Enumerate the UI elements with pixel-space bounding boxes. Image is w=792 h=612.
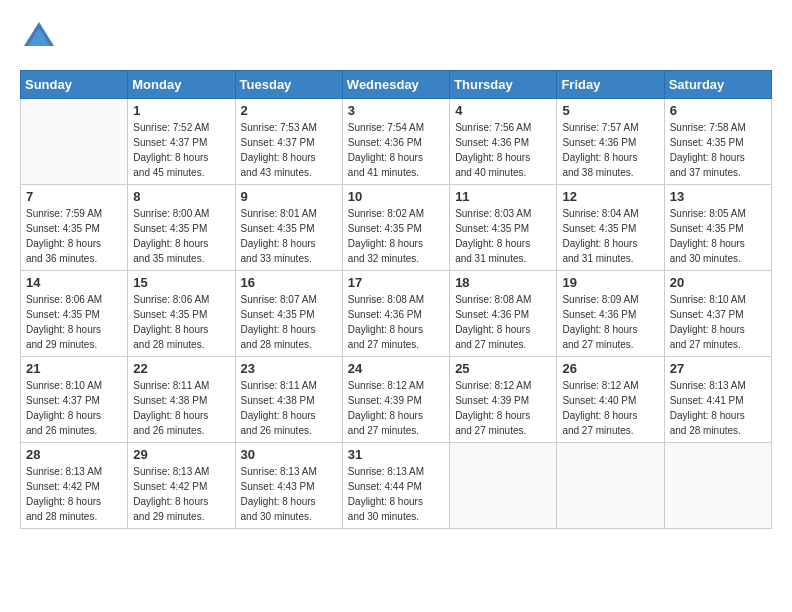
day-number: 12 [562, 189, 658, 204]
calendar-cell: 9Sunrise: 8:01 AMSunset: 4:35 PMDaylight… [235, 185, 342, 271]
calendar-cell: 30Sunrise: 8:13 AMSunset: 4:43 PMDayligh… [235, 443, 342, 529]
day-info: Sunrise: 8:08 AMSunset: 4:36 PMDaylight:… [455, 292, 551, 352]
calendar-cell: 8Sunrise: 8:00 AMSunset: 4:35 PMDaylight… [128, 185, 235, 271]
day-number: 19 [562, 275, 658, 290]
day-number: 29 [133, 447, 229, 462]
day-info: Sunrise: 8:07 AMSunset: 4:35 PMDaylight:… [241, 292, 337, 352]
calendar-cell: 25Sunrise: 8:12 AMSunset: 4:39 PMDayligh… [450, 357, 557, 443]
day-number: 17 [348, 275, 444, 290]
calendar-cell: 10Sunrise: 8:02 AMSunset: 4:35 PMDayligh… [342, 185, 449, 271]
day-number: 7 [26, 189, 122, 204]
day-number: 9 [241, 189, 337, 204]
day-info: Sunrise: 8:02 AMSunset: 4:35 PMDaylight:… [348, 206, 444, 266]
day-info: Sunrise: 8:08 AMSunset: 4:36 PMDaylight:… [348, 292, 444, 352]
day-info: Sunrise: 8:12 AMSunset: 4:39 PMDaylight:… [455, 378, 551, 438]
day-info: Sunrise: 8:10 AMSunset: 4:37 PMDaylight:… [26, 378, 122, 438]
weekday-header-thursday: Thursday [450, 71, 557, 99]
header [20, 18, 772, 60]
day-number: 23 [241, 361, 337, 376]
calendar-cell: 28Sunrise: 8:13 AMSunset: 4:42 PMDayligh… [21, 443, 128, 529]
calendar-cell: 17Sunrise: 8:08 AMSunset: 4:36 PMDayligh… [342, 271, 449, 357]
weekday-header-saturday: Saturday [664, 71, 771, 99]
day-number: 30 [241, 447, 337, 462]
weekday-header-friday: Friday [557, 71, 664, 99]
day-info: Sunrise: 7:59 AMSunset: 4:35 PMDaylight:… [26, 206, 122, 266]
day-number: 20 [670, 275, 766, 290]
day-info: Sunrise: 8:13 AMSunset: 4:43 PMDaylight:… [241, 464, 337, 524]
calendar-cell: 31Sunrise: 8:13 AMSunset: 4:44 PMDayligh… [342, 443, 449, 529]
day-number: 25 [455, 361, 551, 376]
day-number: 11 [455, 189, 551, 204]
calendar-cell: 2Sunrise: 7:53 AMSunset: 4:37 PMDaylight… [235, 99, 342, 185]
day-info: Sunrise: 8:01 AMSunset: 4:35 PMDaylight:… [241, 206, 337, 266]
day-info: Sunrise: 7:52 AMSunset: 4:37 PMDaylight:… [133, 120, 229, 180]
calendar-cell: 3Sunrise: 7:54 AMSunset: 4:36 PMDaylight… [342, 99, 449, 185]
day-number: 15 [133, 275, 229, 290]
day-info: Sunrise: 8:12 AMSunset: 4:39 PMDaylight:… [348, 378, 444, 438]
calendar-cell: 23Sunrise: 8:11 AMSunset: 4:38 PMDayligh… [235, 357, 342, 443]
day-info: Sunrise: 8:11 AMSunset: 4:38 PMDaylight:… [241, 378, 337, 438]
day-number: 22 [133, 361, 229, 376]
weekday-header-monday: Monday [128, 71, 235, 99]
day-number: 4 [455, 103, 551, 118]
day-number: 8 [133, 189, 229, 204]
week-row-3: 14Sunrise: 8:06 AMSunset: 4:35 PMDayligh… [21, 271, 772, 357]
calendar-cell: 27Sunrise: 8:13 AMSunset: 4:41 PMDayligh… [664, 357, 771, 443]
day-info: Sunrise: 7:54 AMSunset: 4:36 PMDaylight:… [348, 120, 444, 180]
day-info: Sunrise: 8:11 AMSunset: 4:38 PMDaylight:… [133, 378, 229, 438]
day-number: 3 [348, 103, 444, 118]
day-number: 27 [670, 361, 766, 376]
weekday-header-wednesday: Wednesday [342, 71, 449, 99]
week-row-5: 28Sunrise: 8:13 AMSunset: 4:42 PMDayligh… [21, 443, 772, 529]
day-info: Sunrise: 8:00 AMSunset: 4:35 PMDaylight:… [133, 206, 229, 266]
calendar-cell: 1Sunrise: 7:52 AMSunset: 4:37 PMDaylight… [128, 99, 235, 185]
week-row-2: 7Sunrise: 7:59 AMSunset: 4:35 PMDaylight… [21, 185, 772, 271]
calendar-cell: 21Sunrise: 8:10 AMSunset: 4:37 PMDayligh… [21, 357, 128, 443]
day-number: 2 [241, 103, 337, 118]
day-number: 21 [26, 361, 122, 376]
day-number: 14 [26, 275, 122, 290]
day-info: Sunrise: 8:13 AMSunset: 4:44 PMDaylight:… [348, 464, 444, 524]
calendar-cell: 4Sunrise: 7:56 AMSunset: 4:36 PMDaylight… [450, 99, 557, 185]
weekday-header-tuesday: Tuesday [235, 71, 342, 99]
week-row-4: 21Sunrise: 8:10 AMSunset: 4:37 PMDayligh… [21, 357, 772, 443]
day-number: 31 [348, 447, 444, 462]
calendar-cell [664, 443, 771, 529]
calendar-cell: 18Sunrise: 8:08 AMSunset: 4:36 PMDayligh… [450, 271, 557, 357]
day-info: Sunrise: 8:04 AMSunset: 4:35 PMDaylight:… [562, 206, 658, 266]
calendar: SundayMondayTuesdayWednesdayThursdayFrid… [20, 70, 772, 529]
day-info: Sunrise: 7:56 AMSunset: 4:36 PMDaylight:… [455, 120, 551, 180]
calendar-cell: 5Sunrise: 7:57 AMSunset: 4:36 PMDaylight… [557, 99, 664, 185]
calendar-cell: 19Sunrise: 8:09 AMSunset: 4:36 PMDayligh… [557, 271, 664, 357]
day-number: 1 [133, 103, 229, 118]
calendar-cell: 16Sunrise: 8:07 AMSunset: 4:35 PMDayligh… [235, 271, 342, 357]
weekday-header-row: SundayMondayTuesdayWednesdayThursdayFrid… [21, 71, 772, 99]
calendar-cell: 12Sunrise: 8:04 AMSunset: 4:35 PMDayligh… [557, 185, 664, 271]
day-info: Sunrise: 8:05 AMSunset: 4:35 PMDaylight:… [670, 206, 766, 266]
calendar-cell: 7Sunrise: 7:59 AMSunset: 4:35 PMDaylight… [21, 185, 128, 271]
day-info: Sunrise: 8:03 AMSunset: 4:35 PMDaylight:… [455, 206, 551, 266]
day-info: Sunrise: 8:13 AMSunset: 4:42 PMDaylight:… [133, 464, 229, 524]
calendar-cell: 15Sunrise: 8:06 AMSunset: 4:35 PMDayligh… [128, 271, 235, 357]
day-number: 28 [26, 447, 122, 462]
calendar-cell [21, 99, 128, 185]
day-info: Sunrise: 7:53 AMSunset: 4:37 PMDaylight:… [241, 120, 337, 180]
day-info: Sunrise: 8:10 AMSunset: 4:37 PMDaylight:… [670, 292, 766, 352]
calendar-cell: 26Sunrise: 8:12 AMSunset: 4:40 PMDayligh… [557, 357, 664, 443]
day-info: Sunrise: 8:06 AMSunset: 4:35 PMDaylight:… [26, 292, 122, 352]
day-info: Sunrise: 8:06 AMSunset: 4:35 PMDaylight:… [133, 292, 229, 352]
calendar-cell: 22Sunrise: 8:11 AMSunset: 4:38 PMDayligh… [128, 357, 235, 443]
calendar-cell: 20Sunrise: 8:10 AMSunset: 4:37 PMDayligh… [664, 271, 771, 357]
day-number: 6 [670, 103, 766, 118]
day-number: 5 [562, 103, 658, 118]
day-info: Sunrise: 7:57 AMSunset: 4:36 PMDaylight:… [562, 120, 658, 180]
page: SundayMondayTuesdayWednesdayThursdayFrid… [0, 0, 792, 612]
calendar-cell: 11Sunrise: 8:03 AMSunset: 4:35 PMDayligh… [450, 185, 557, 271]
day-number: 24 [348, 361, 444, 376]
calendar-cell [557, 443, 664, 529]
calendar-cell: 14Sunrise: 8:06 AMSunset: 4:35 PMDayligh… [21, 271, 128, 357]
day-info: Sunrise: 8:12 AMSunset: 4:40 PMDaylight:… [562, 378, 658, 438]
day-number: 10 [348, 189, 444, 204]
calendar-cell: 29Sunrise: 8:13 AMSunset: 4:42 PMDayligh… [128, 443, 235, 529]
logo [20, 18, 62, 60]
